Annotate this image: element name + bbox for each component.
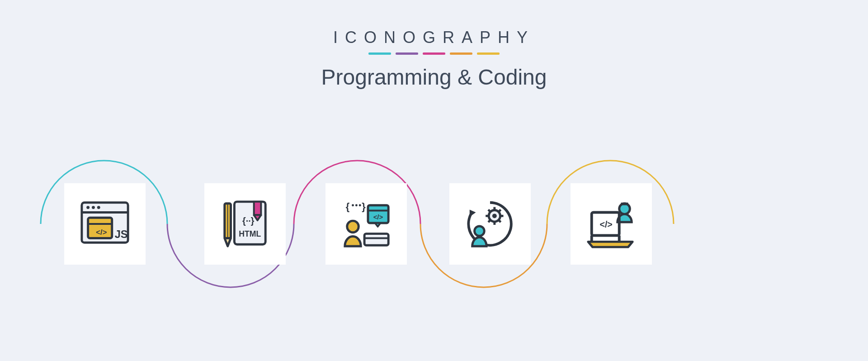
brand-underline xyxy=(0,52,868,55)
brand-wordmark: ICONOGRAPHY xyxy=(0,28,868,47)
svg-text:</>: </> xyxy=(96,228,107,237)
svg-line-32 xyxy=(488,210,491,212)
icon-card-3: { } </> xyxy=(326,183,407,265)
icon-card-4 xyxy=(449,183,531,265)
svg-point-37 xyxy=(475,226,485,236)
icon-card-2: {··} HTML xyxy=(204,183,286,265)
underline-seg-1 xyxy=(368,52,391,55)
svg-marker-13 xyxy=(225,238,231,246)
user-gear-icon xyxy=(463,197,517,251)
header: ICONOGRAPHY Programming & Coding xyxy=(0,0,868,90)
html-book-pencil-icon: {··} HTML xyxy=(218,197,272,251)
icon-card-1: </> JS xyxy=(64,183,146,265)
svg-point-4 xyxy=(97,206,100,209)
svg-point-16 xyxy=(352,204,354,206)
svg-rect-24 xyxy=(364,234,388,246)
svg-line-34 xyxy=(488,220,491,222)
underline-seg-5 xyxy=(477,52,500,55)
developer-code-icon: { } </> xyxy=(340,197,393,251)
html-label: HTML xyxy=(239,229,261,238)
svg-text:}: } xyxy=(362,201,366,212)
icon-card-5: </> xyxy=(571,183,652,265)
svg-point-18 xyxy=(359,204,361,206)
svg-text:{··}: {··} xyxy=(242,216,255,226)
icon-stage: </> JS {··} HTML { } </> xyxy=(0,122,868,330)
underline-seg-3 xyxy=(423,52,445,55)
svg-text:{: { xyxy=(346,201,349,212)
svg-point-23 xyxy=(347,221,359,233)
js-label: JS xyxy=(115,228,128,240)
svg-text:</>: </> xyxy=(599,219,612,229)
svg-line-33 xyxy=(499,220,501,222)
svg-point-2 xyxy=(86,206,90,209)
svg-text:</>: </> xyxy=(373,214,383,221)
pack-title: Programming & Coding xyxy=(0,65,868,90)
svg-point-17 xyxy=(355,204,358,206)
svg-rect-9 xyxy=(254,202,261,215)
svg-marker-26 xyxy=(470,210,476,217)
underline-seg-4 xyxy=(450,52,472,55)
svg-point-36 xyxy=(492,214,497,218)
svg-line-35 xyxy=(499,210,501,212)
laptop-coder-icon: </> xyxy=(585,197,638,251)
underline-seg-2 xyxy=(396,52,418,55)
svg-point-3 xyxy=(92,206,95,209)
js-window-icon: </> JS xyxy=(78,197,132,251)
svg-rect-39 xyxy=(621,203,628,205)
